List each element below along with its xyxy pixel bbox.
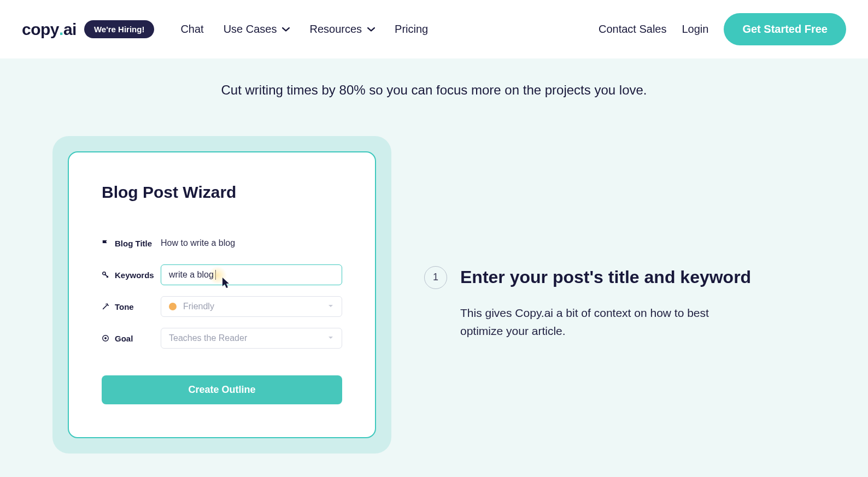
hero-section: Cut writing times by 80% so you can focu…	[0, 58, 868, 477]
key-icon	[102, 271, 109, 279]
brand-logo[interactable]: copy.ai	[22, 20, 77, 39]
keywords-value: write a blog	[169, 270, 214, 279]
chevron-down-icon	[367, 26, 375, 33]
svg-point-2	[104, 337, 107, 339]
step-description: This gives Copy.ai a bit of context on h…	[460, 304, 744, 340]
primary-nav: Chat Use Cases Resources Pricing	[180, 23, 428, 36]
tone-color-dot-icon	[169, 303, 177, 310]
chevron-down-icon	[282, 26, 290, 33]
top-nav: copy.ai We're Hiring! Chat Use Cases Res…	[0, 0, 868, 58]
logo-text-post: ai	[63, 20, 77, 39]
nav-use-cases[interactable]: Use Cases	[224, 23, 290, 36]
hiring-badge[interactable]: We're Hiring!	[84, 20, 154, 38]
nav-chat[interactable]: Chat	[180, 23, 203, 36]
step-pane: 1 Enter your post's title and keyword Th…	[424, 250, 816, 340]
field-blog-title: Blog Title How to write a blog	[102, 232, 342, 254]
nav-resources[interactable]: Resources	[309, 23, 375, 36]
goal-placeholder: Teaches the Reader	[169, 333, 247, 343]
logo-text-pre: copy	[22, 20, 59, 39]
wizard-title: Blog Post Wizard	[102, 183, 342, 202]
mouse-cursor-icon	[221, 277, 230, 289]
blog-title-label-wrap: Blog Title	[102, 239, 161, 248]
step-title: Enter your post's title and keyword	[460, 267, 751, 287]
contact-sales-link[interactable]: Contact Sales	[599, 23, 667, 36]
field-keywords: Keywords write a blog	[102, 264, 342, 286]
chevron-down-icon	[327, 333, 334, 343]
goal-select[interactable]: Teaches the Reader	[161, 328, 342, 349]
nav-use-cases-label: Use Cases	[224, 23, 277, 36]
target-icon	[102, 334, 109, 342]
flag-icon	[102, 239, 109, 247]
logo-dot-icon: .	[59, 20, 63, 39]
tone-label-wrap: Tone	[102, 302, 161, 311]
wizard-outer-card: Blog Post Wizard Blog Title How to write…	[52, 136, 391, 454]
get-started-button[interactable]: Get Started Free	[724, 13, 846, 45]
field-tone: Tone Friendly	[102, 296, 342, 317]
keywords-input[interactable]: write a blog	[161, 264, 342, 286]
tone-label: Tone	[115, 302, 134, 311]
create-outline-button[interactable]: Create Outline	[102, 375, 342, 404]
content-row: Blog Post Wizard Blog Title How to write…	[0, 136, 868, 454]
text-cursor-icon	[215, 270, 216, 280]
wand-icon	[102, 303, 109, 310]
keywords-label-wrap: Keywords	[102, 270, 161, 280]
keywords-label: Keywords	[115, 270, 154, 280]
blog-title-value[interactable]: How to write a blog	[161, 238, 235, 248]
header-right: Contact Sales Login Get Started Free	[599, 13, 846, 45]
tone-select[interactable]: Friendly	[161, 296, 342, 317]
logo-group: copy.ai We're Hiring!	[22, 20, 154, 39]
goal-label: Goal	[115, 334, 133, 343]
login-link[interactable]: Login	[682, 23, 708, 36]
tone-placeholder: Friendly	[183, 302, 214, 311]
tagline: Cut writing times by 80% so you can focu…	[0, 83, 868, 98]
nav-resources-label: Resources	[309, 23, 362, 36]
step-head: 1 Enter your post's title and keyword	[424, 266, 816, 289]
field-goal: Goal Teaches the Reader	[102, 327, 342, 349]
step-number-badge: 1	[424, 266, 447, 289]
goal-label-wrap: Goal	[102, 334, 161, 343]
blog-title-label: Blog Title	[115, 239, 152, 248]
nav-pricing[interactable]: Pricing	[395, 23, 428, 36]
chevron-down-icon	[327, 302, 334, 311]
wizard-card: Blog Post Wizard Blog Title How to write…	[68, 151, 376, 438]
